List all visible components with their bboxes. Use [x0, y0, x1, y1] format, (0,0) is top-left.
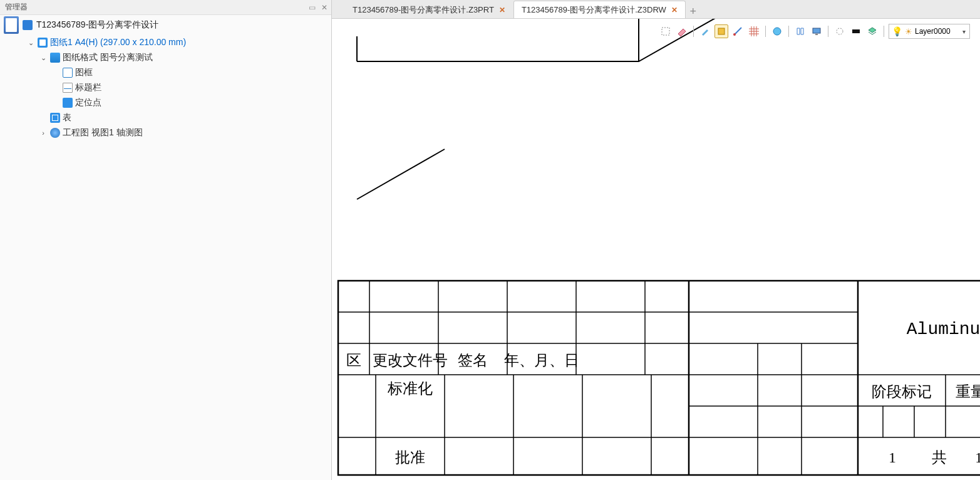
- panel-close-icon[interactable]: ✕: [320, 3, 329, 12]
- table-icon: [50, 113, 60, 123]
- drawing-canvas[interactable]: 💡 ☀ Layer0000 ▾: [332, 19, 980, 480]
- tree-root-row[interactable]: T123456789-图号分离零件设计: [0, 15, 331, 35]
- tool-layers-icon[interactable]: [865, 24, 879, 38]
- stage-mark: 阶段标记: [872, 383, 932, 400]
- tool-grid-icon[interactable]: [747, 24, 761, 38]
- tree-label: 图纸格式 图号分离测试: [63, 52, 153, 63]
- tree-item-view[interactable]: › 工程图 视图1 轴测图: [8, 125, 331, 140]
- row-std: 标准化: [387, 380, 433, 397]
- layer-selector[interactable]: 💡 ☀ Layer0000 ▾: [889, 24, 970, 39]
- format-icon: [50, 53, 60, 63]
- col-sign: 签名: [458, 352, 488, 368]
- row-approve: 批准: [395, 449, 425, 466]
- tree-item-anchor[interactable]: 定位点: [8, 95, 331, 110]
- svg-rect-7: [852, 29, 860, 33]
- expand-icon[interactable]: ⌄: [26, 39, 35, 47]
- drawing-sheet: C D 5 6 第 张: [332, 19, 980, 480]
- col-date: 年、月、日: [504, 352, 579, 368]
- material-value: Aluminum: [907, 320, 980, 339]
- sun-icon: ☀: [905, 27, 912, 36]
- tool-circle-icon[interactable]: [833, 24, 847, 38]
- tree-label: 表: [63, 112, 71, 123]
- svg-point-6: [837, 28, 843, 34]
- col-changefile: 更改文件号: [373, 352, 448, 368]
- tree-item-sheet[interactable]: ⌄ 图纸1 A4(H) (297.00 x 210.00 mm): [8, 35, 331, 50]
- view-toolbar: 💡 ☀ Layer0000 ▾: [656, 23, 972, 40]
- anchor-icon: [63, 98, 73, 108]
- panel-header: 管理器 ▭ ✕: [0, 0, 331, 15]
- svg-point-3: [773, 28, 781, 35]
- tree-label: 标题栏: [75, 82, 101, 93]
- tool-select-icon[interactable]: [659, 24, 673, 38]
- tree-root-label: T123456789-图号分离零件设计: [36, 19, 158, 31]
- tool-display-icon[interactable]: [810, 24, 823, 38]
- manager-panel: 管理器 ▭ ✕ T123456789-图号分离零件设计 ⌄ 图纸1 A4(H) …: [0, 0, 332, 480]
- view-icon: [50, 128, 60, 138]
- tree-item-frame[interactable]: 图框: [8, 65, 331, 80]
- tab-prt[interactable]: T123456789-图号分离零件设计.Z3PRT ✕: [344, 1, 513, 18]
- dropdown-icon: ▾: [962, 28, 966, 35]
- tree-label: 工程图 视图1 轴测图: [63, 127, 143, 138]
- workspace: T123456789-图号分离零件设计.Z3PRT ✕ T123456789-图…: [332, 0, 980, 480]
- sheet-viewport[interactable]: C D 5 6 第 张: [332, 36, 980, 480]
- sheet-gong: 共: [932, 449, 947, 466]
- tab-close-icon[interactable]: ✕: [499, 6, 505, 14]
- tree-label: 图框: [75, 67, 93, 78]
- file-icon: [23, 20, 33, 30]
- tab-add-button[interactable]: +: [686, 5, 701, 18]
- tool-measure-icon[interactable]: [731, 24, 745, 38]
- sheet-icon: [38, 38, 48, 48]
- tool-black-icon[interactable]: [849, 24, 863, 38]
- tab-drw[interactable]: T123456789-图号分离零件设计.Z3DRW ✕: [513, 1, 686, 18]
- svg-point-2: [733, 33, 736, 36]
- expand-icon[interactable]: ⌄: [39, 54, 48, 62]
- tool-brush-icon[interactable]: [698, 24, 712, 38]
- tool-eraser-icon[interactable]: [675, 24, 689, 38]
- tree-label: 图纸1 A4(H) (297.00 x 210.00 mm): [50, 37, 186, 48]
- tree-item-table[interactable]: 表: [8, 110, 331, 125]
- svg-rect-4: [813, 28, 820, 33]
- panel-title: 管理器: [3, 2, 28, 13]
- document-icon: [4, 16, 19, 34]
- col-zone: 区: [346, 352, 361, 368]
- titleblock-icon: [63, 83, 73, 93]
- tab-close-icon[interactable]: ✕: [671, 6, 678, 14]
- tree-item-titleblock[interactable]: 标题栏: [8, 80, 331, 95]
- bulb-icon: 💡: [892, 26, 902, 36]
- tree-label: 定位点: [75, 97, 101, 108]
- sheet-1z: 1张: [975, 449, 980, 466]
- panel-minimize-icon[interactable]: ▭: [307, 3, 316, 12]
- tree-item-format[interactable]: ⌄ 图纸格式 图号分离测试: [8, 50, 331, 65]
- svg-rect-0: [662, 28, 669, 35]
- document-tabbar: T123456789-图号分离零件设计.Z3PRT ✕ T123456789-图…: [332, 0, 980, 19]
- tool-align-icon[interactable]: [793, 24, 807, 38]
- svg-rect-16: [338, 281, 980, 475]
- tab-label: T123456789-图号分离零件设计.Z3PRT: [353, 4, 494, 16]
- weight-label: 重量: [956, 383, 980, 400]
- svg-rect-5: [815, 34, 818, 35]
- svg-rect-1: [718, 28, 725, 34]
- tool-component-icon[interactable]: [714, 24, 728, 38]
- tab-label: T123456789-图号分离零件设计.Z3DRW: [522, 4, 666, 16]
- frame-icon: [63, 68, 73, 78]
- sheet-1: 1: [889, 449, 896, 466]
- feature-tree: ⌄ 图纸1 A4(H) (297.00 x 210.00 mm) ⌄ 图纸格式 …: [0, 35, 331, 140]
- layer-name: Layer0000: [915, 27, 951, 36]
- expand-icon[interactable]: ›: [39, 129, 48, 137]
- tool-globe-icon[interactable]: [770, 24, 784, 38]
